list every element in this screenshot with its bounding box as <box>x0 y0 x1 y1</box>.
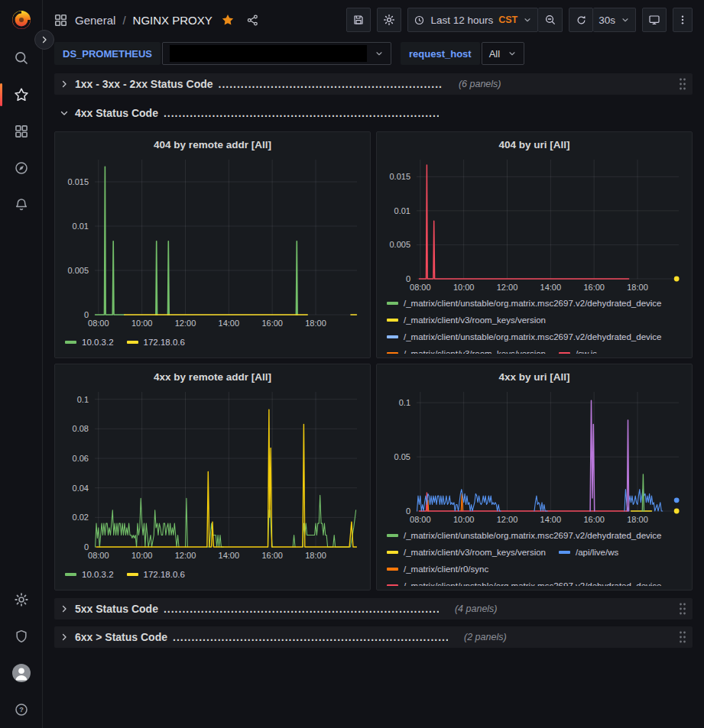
legend-item[interactable]: /_matrix/client/v3/room_keys/version <box>387 349 546 354</box>
breadcrumb-separator: / <box>122 14 125 27</box>
chevron-down-icon <box>59 108 70 118</box>
variable-value-ds-prometheus[interactable] <box>162 42 391 65</box>
cycle-view-mode-button[interactable] <box>642 8 667 32</box>
row-header-6xx[interactable]: 6xx > Status Code ......................… <box>54 626 693 648</box>
svg-text:0.005: 0.005 <box>67 266 89 275</box>
legend-swatch <box>127 341 138 344</box>
row-header-1xx[interactable]: 1xx - 3xx - 2xx Status Code ............… <box>54 73 693 95</box>
legend-label: 172.18.0.6 <box>144 338 185 347</box>
refresh-group: 30s <box>569 8 636 32</box>
dashboard-settings-button[interactable] <box>377 8 401 32</box>
legend-label: /_matrix/client/unstable/org.matrix.msc2… <box>404 332 662 341</box>
sidebar-item-starred[interactable] <box>0 76 43 113</box>
chevron-down-icon <box>621 15 630 24</box>
legend-item[interactable]: /_matrix/client/unstable/org.matrix.msc2… <box>387 531 662 540</box>
legend-item[interactable]: /_matrix/client/unstable/org.matrix.msc2… <box>387 332 662 341</box>
sidebar-item-alerting[interactable] <box>0 186 43 223</box>
chevron-right-icon <box>39 34 50 45</box>
row-title: 1xx - 3xx - 2xx Status Code <box>75 78 213 90</box>
sidebar-item-explore[interactable] <box>0 150 43 186</box>
toolbar-actions: Last 12 hours CST 30s <box>346 8 693 32</box>
legend-item[interactable]: 172.18.0.6 <box>127 338 185 347</box>
breadcrumb-folder[interactable]: General <box>75 14 115 27</box>
panel-legend: /_matrix/client/unstable/org.matrix.msc2… <box>383 527 686 586</box>
svg-text:0.015: 0.015 <box>389 172 410 181</box>
legend-item[interactable]: /_matrix/client/unstable/org.matrix.msc2… <box>387 581 662 586</box>
more-options-button[interactable] <box>673 8 693 32</box>
svg-text:0.02: 0.02 <box>73 513 89 522</box>
row-title-dots: ........................................… <box>173 631 448 643</box>
svg-text:08:00: 08:00 <box>88 551 109 560</box>
shield-icon <box>14 629 29 644</box>
row-title-dots: ........................................… <box>164 603 439 615</box>
legend-item[interactable]: /_matrix/client/v3/room_keys/version <box>387 548 546 557</box>
sidebar-item-help[interactable]: ? <box>0 691 43 728</box>
svg-text:?: ? <box>19 706 24 713</box>
panel-legend: 10.0.3.2172.18.0.6 <box>61 334 364 354</box>
sidebar-expand-button[interactable] <box>34 30 54 50</box>
refresh-interval-picker[interactable]: 30s <box>593 8 636 32</box>
panel-title[interactable]: 4xx by uri [All] <box>383 369 686 386</box>
panel-title[interactable]: 404 by remote addr [All] <box>61 137 364 154</box>
panel-title[interactable]: 404 by uri [All] <box>383 137 686 154</box>
compass-icon <box>14 160 29 176</box>
sidebar-item-server-admin[interactable] <box>0 618 43 655</box>
legend-item[interactable]: 172.18.0.6 <box>127 570 185 579</box>
legend-swatch <box>387 319 398 322</box>
star-icon <box>14 87 29 102</box>
panel-4xx-by-remote-addr: 4xx by remote addr [All] 08:0010:0012:00… <box>54 364 371 590</box>
row-drag-handle[interactable] <box>679 603 686 615</box>
svg-text:0.01: 0.01 <box>394 206 410 215</box>
legend-item[interactable]: /_matrix/client/v3/room_keys/version <box>387 315 546 325</box>
legend-item[interactable]: 10.0.3.2 <box>65 570 114 579</box>
svg-text:12:00: 12:00 <box>497 515 518 524</box>
panel-title[interactable]: 4xx by remote addr [All] <box>61 369 364 386</box>
timeseries-plot[interactable]: 08:0010:0012:0014:0016:0018:0000.0050.01… <box>383 154 686 295</box>
svg-text:18:00: 18:00 <box>627 515 648 524</box>
legend-row: /_matrix/client/unstable/org.matrix.msc2… <box>387 578 686 586</box>
row-panel-count: (4 panels) <box>455 603 498 614</box>
legend-swatch <box>387 534 398 537</box>
time-range-picker[interactable]: Last 12 hours CST <box>407 8 538 32</box>
variable-label-request-host[interactable]: request_host <box>401 42 480 65</box>
svg-text:0.04: 0.04 <box>73 484 89 493</box>
svg-text:0.06: 0.06 <box>73 454 89 463</box>
legend-item[interactable]: /_matrix/client/unstable/org.matrix.msc2… <box>387 299 662 308</box>
sidebar-item-dashboards[interactable] <box>0 113 43 150</box>
svg-text:0.1: 0.1 <box>77 395 89 404</box>
legend-item[interactable]: /_matrix/client/r0/sync <box>387 565 488 574</box>
legend-item[interactable]: 10.0.3.2 <box>65 338 114 347</box>
redacted-value <box>170 45 367 62</box>
timeseries-plot[interactable]: 08:0010:0012:0014:0016:0018:0000.020.040… <box>61 386 364 563</box>
variable-request-host: request_host All <box>401 42 524 65</box>
legend-label: /_matrix/client/v3/room_keys/version <box>404 349 546 354</box>
row-drag-handle[interactable] <box>679 78 686 90</box>
legend-label: 172.18.0.6 <box>144 570 185 579</box>
legend-label: 10.0.3.2 <box>82 570 114 579</box>
timeseries-plot[interactable]: 08:0010:0012:0014:0016:0018:0000.0050.01… <box>61 154 364 331</box>
variable-value-request-host[interactable]: All <box>482 42 524 65</box>
variable-label-ds-prometheus[interactable]: DS_PROMETHEUS <box>54 42 161 65</box>
refresh-button[interactable] <box>569 8 593 32</box>
row-header-4xx[interactable]: 4xx Status Code ........................… <box>54 102 693 124</box>
row-title: 6xx > Status Code <box>75 631 167 643</box>
save-dashboard-button[interactable] <box>346 8 371 32</box>
svg-text:14:00: 14:00 <box>219 551 240 560</box>
legend-swatch <box>387 584 398 586</box>
legend-label: /_matrix/client/unstable/org.matrix.msc2… <box>404 531 662 540</box>
sidebar-item-configuration[interactable] <box>0 581 43 618</box>
legend-item[interactable]: /sw.js <box>559 349 597 354</box>
legend-swatch <box>387 551 398 554</box>
timeseries-plot[interactable]: 08:0010:0012:0014:0016:0018:0000.050.1 <box>383 386 686 527</box>
zoom-out-time-button[interactable] <box>538 8 563 32</box>
dashboard-title: NGINX PROXY <box>133 14 212 27</box>
sidebar-item-profile[interactable] <box>0 655 43 691</box>
svg-text:14:00: 14:00 <box>540 515 562 524</box>
legend-item[interactable]: /api/live/ws <box>559 548 618 557</box>
row-header-5xx[interactable]: 5xx Status Code ........................… <box>54 598 693 620</box>
chevron-down-icon <box>375 49 384 58</box>
row-drag-handle[interactable] <box>679 631 686 643</box>
favorite-star-icon[interactable] <box>221 13 235 27</box>
share-icon[interactable] <box>246 14 259 27</box>
row-title-dots: ........................................… <box>164 107 439 119</box>
